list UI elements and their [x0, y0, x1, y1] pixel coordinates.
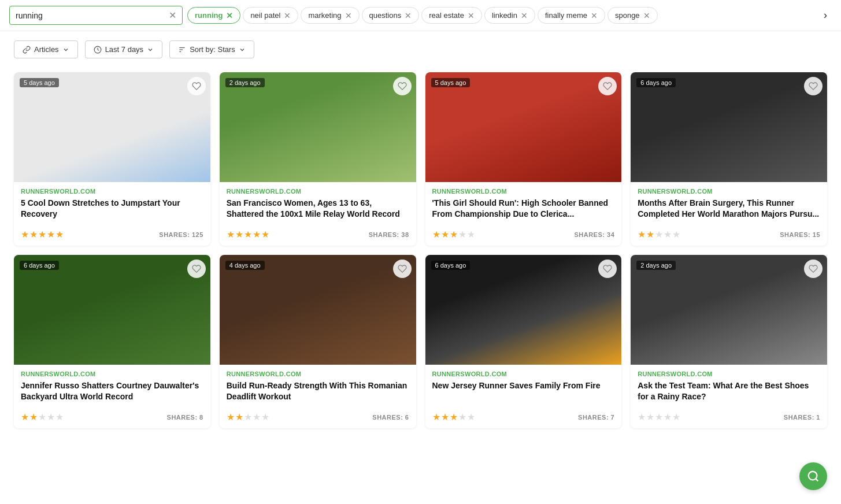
star: ★ — [638, 412, 646, 423]
card-timestamp: 6 days ago — [636, 78, 676, 87]
tabs-row: running ✕ neil patel ✕ marketing ✕ quest… — [187, 7, 814, 24]
search-input[interactable] — [16, 11, 166, 20]
card-favorite-button[interactable] — [187, 77, 206, 95]
card-timestamp: 5 days ago — [431, 78, 470, 87]
tab-item-running[interactable]: running ✕ — [187, 7, 240, 24]
card-favorite-button[interactable] — [598, 260, 617, 278]
card[interactable]: 5 days ago RUNNERSWORLD.COM 'This Girl S… — [425, 72, 622, 246]
card-body: RUNNERSWORLD.COM Build Run-Ready Strengt… — [220, 365, 416, 408]
card-shares: SHARES: 15 — [780, 231, 820, 238]
heart-icon — [192, 81, 201, 91]
star: ★ — [244, 229, 252, 240]
card-stars: ★★★★★ — [227, 229, 269, 240]
star: ★ — [244, 412, 252, 423]
tabs-scroll-right-button[interactable]: › — [819, 7, 832, 24]
time-filter-chevron-icon — [147, 46, 154, 53]
card-title: San Francisco Women, Ages 13 to 63, Shat… — [227, 198, 409, 221]
star: ★ — [450, 412, 458, 423]
card-shares: SHARES: 34 — [574, 231, 614, 238]
star: ★ — [467, 412, 475, 423]
card-image-wrap: 5 days ago — [14, 72, 210, 182]
star: ★ — [655, 412, 663, 423]
card-shares: SHARES: 38 — [369, 231, 409, 238]
card[interactable]: 6 days ago RUNNERSWORLD.COM Jennifer Rus… — [14, 255, 210, 428]
star: ★ — [38, 412, 46, 423]
card-title: 'This Girl Should Run': High Schooler Ba… — [432, 198, 615, 221]
tab-item-finally-meme[interactable]: finally meme ✕ — [538, 7, 605, 24]
card-shares: SHARES: 8 — [167, 414, 203, 421]
card[interactable]: 5 days ago RUNNERSWORLD.COM 5 Cool Down … — [14, 72, 210, 246]
tab-item-linkedin[interactable]: linkedin ✕ — [484, 7, 535, 24]
card-source: RUNNERSWORLD.COM — [21, 188, 203, 195]
type-filter-button[interactable]: Articles — [14, 40, 78, 58]
star: ★ — [227, 229, 235, 240]
sort-filter-button[interactable]: Sort by: Stars — [169, 40, 254, 58]
tab-close-button[interactable]: ✕ — [284, 12, 291, 20]
card-image-wrap: 2 days ago — [220, 72, 416, 182]
card-image-wrap: 2 days ago — [631, 255, 827, 365]
star: ★ — [655, 229, 663, 240]
star: ★ — [432, 412, 440, 423]
card-favorite-button[interactable] — [804, 77, 823, 95]
time-filter-button[interactable]: Last 7 days — [85, 40, 163, 58]
card-body: RUNNERSWORLD.COM 5 Cool Down Stretches t… — [14, 182, 210, 225]
card-favorite-button[interactable] — [804, 260, 823, 278]
tab-close-button[interactable]: ✕ — [405, 12, 412, 20]
star: ★ — [227, 412, 235, 423]
card-footer: ★★★★★ SHARES: 8 — [14, 408, 210, 428]
tab-close-button[interactable]: ✕ — [345, 12, 352, 20]
star: ★ — [261, 412, 269, 423]
card-stars: ★★★★★ — [227, 412, 269, 423]
tab-close-button[interactable]: ✕ — [226, 12, 233, 20]
card-source: RUNNERSWORLD.COM — [21, 370, 203, 377]
star: ★ — [29, 229, 38, 240]
card-timestamp: 6 days ago — [431, 261, 470, 270]
card-body: RUNNERSWORLD.COM New Jersey Runner Saves… — [425, 365, 622, 408]
star: ★ — [38, 229, 46, 240]
card[interactable]: 4 days ago RUNNERSWORLD.COM Build Run-Re… — [220, 255, 416, 428]
search-clear-button[interactable]: ✕ — [169, 10, 176, 21]
card-footer: ★★★★★ SHARES: 1 — [631, 408, 827, 428]
card-source: RUNNERSWORLD.COM — [638, 370, 820, 377]
star: ★ — [235, 229, 243, 240]
card[interactable]: 6 days ago RUNNERSWORLD.COM Months After… — [631, 72, 827, 246]
cards-grid: 5 days ago RUNNERSWORLD.COM 5 Cool Down … — [0, 68, 841, 433]
card[interactable]: 2 days ago RUNNERSWORLD.COM San Francisc… — [220, 72, 416, 246]
tab-label: real estate — [429, 11, 464, 20]
card-favorite-button[interactable] — [598, 77, 617, 95]
heart-icon — [398, 264, 407, 273]
star: ★ — [261, 229, 269, 240]
time-filter-label: Last 7 days — [105, 45, 144, 54]
card[interactable]: 6 days ago RUNNERSWORLD.COM New Jersey R… — [425, 255, 622, 428]
tab-item-real-estate[interactable]: real estate ✕ — [421, 7, 482, 24]
tab-item-sponge[interactable]: sponge ✕ — [607, 7, 658, 24]
star: ★ — [672, 229, 680, 240]
clock-icon — [94, 46, 102, 54]
search-tabs-bar: ✕ running ✕ neil patel ✕ marketing ✕ que… — [0, 0, 841, 31]
tab-label: marketing — [308, 11, 341, 20]
type-filter-label: Articles — [34, 45, 59, 54]
tab-close-button[interactable]: ✕ — [591, 12, 598, 20]
search-input-wrap[interactable]: ✕ — [9, 6, 183, 25]
tab-item-neil-patel[interactable]: neil patel ✕ — [243, 7, 298, 24]
card[interactable]: 2 days ago RUNNERSWORLD.COM Ask the Test… — [631, 255, 827, 428]
tab-close-button[interactable]: ✕ — [643, 12, 650, 20]
tab-item-questions[interactable]: questions ✕ — [362, 7, 420, 24]
card-shares: SHARES: 7 — [578, 414, 614, 421]
filter-bar: Articles Last 7 days Sort by: Stars — [0, 31, 841, 68]
card-image-wrap: 6 days ago — [14, 255, 210, 365]
star: ★ — [664, 412, 672, 423]
tab-close-button[interactable]: ✕ — [521, 12, 528, 20]
card-favorite-button[interactable] — [393, 77, 412, 95]
card-favorite-button[interactable] — [187, 260, 206, 278]
card-source: RUNNERSWORLD.COM — [227, 188, 409, 195]
card-favorite-button[interactable] — [393, 260, 412, 278]
tab-close-button[interactable]: ✕ — [468, 12, 475, 20]
card-footer: ★★★★★ SHARES: 15 — [631, 225, 827, 246]
card-stars: ★★★★★ — [432, 412, 475, 423]
card-stars: ★★★★★ — [21, 412, 64, 423]
star: ★ — [467, 229, 475, 240]
heart-icon — [809, 264, 818, 273]
card-title: New Jersey Runner Saves Family From Fire — [432, 380, 615, 403]
tab-item-marketing[interactable]: marketing ✕ — [301, 7, 359, 24]
